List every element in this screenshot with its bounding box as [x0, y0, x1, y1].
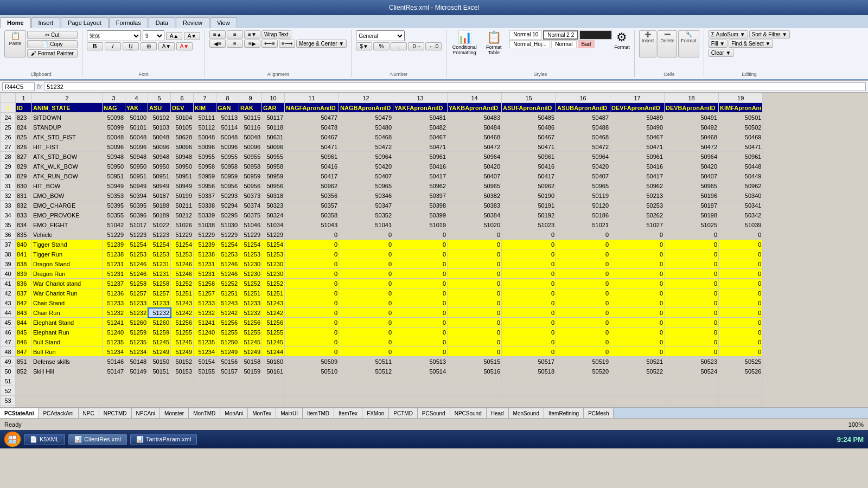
- sheet-tab-itemtmd[interactable]: ItemTMD: [303, 408, 334, 418]
- cell-48-12[interactable]: 0: [339, 347, 393, 357]
- sheet-tab-montex[interactable]: MonTex: [248, 408, 276, 418]
- cell-39-13[interactable]: 0: [393, 259, 448, 269]
- cell-35-13[interactable]: 51019: [393, 220, 448, 230]
- cell-28-9[interactable]: 50955: [239, 152, 262, 162]
- sheet-tab-npc[interactable]: NPC: [79, 408, 99, 418]
- cell-50-13[interactable]: 50514: [393, 367, 448, 376]
- cell-46-1[interactable]: 845: [16, 328, 32, 337]
- cell-33-18[interactable]: 50197: [665, 201, 719, 210]
- cell-44-6[interactable]: 51242: [171, 308, 194, 318]
- cell-49-19[interactable]: 50525: [719, 357, 763, 367]
- cell-31-9[interactable]: 50956: [239, 181, 262, 191]
- cell-52-18[interactable]: [665, 386, 719, 396]
- cell-1-5[interactable]: ASU: [148, 103, 171, 113]
- cell-50-6[interactable]: 50153: [171, 367, 194, 376]
- cell-47-19[interactable]: 0: [719, 337, 763, 347]
- cell-49-5[interactable]: 50150: [148, 357, 171, 367]
- cell-27-8[interactable]: 50096: [216, 142, 239, 152]
- cell-24-1[interactable]: 823: [16, 113, 32, 123]
- sheet-tab-pcmesh[interactable]: PCMesh: [584, 408, 614, 418]
- cell-53-10[interactable]: [262, 396, 285, 406]
- cell-42-10[interactable]: 51251: [262, 288, 285, 298]
- cell-32-12[interactable]: 50346: [339, 191, 393, 201]
- cell-45-15[interactable]: 0: [502, 318, 556, 328]
- cell-36-3[interactable]: 51229: [103, 230, 125, 240]
- cell-34-7[interactable]: 50339: [194, 210, 216, 220]
- cell-50-11[interactable]: 50510: [285, 367, 339, 376]
- cell-39-2[interactable]: Dragon Stand: [32, 259, 103, 269]
- cell-25-4[interactable]: 50101: [125, 123, 148, 132]
- cell-30-14[interactable]: 50407: [448, 171, 502, 181]
- cell-1-18[interactable]: DEVBApronAniID: [665, 103, 719, 113]
- sheet-tab-fxmon[interactable]: FXMon: [362, 408, 389, 418]
- cell-35-17[interactable]: 51027: [610, 220, 665, 230]
- cell-42-13[interactable]: 0: [393, 288, 448, 298]
- cell-30-18[interactable]: 50407: [665, 171, 719, 181]
- cell-27-16[interactable]: 50472: [556, 142, 610, 152]
- cell-51-6[interactable]: [171, 376, 194, 386]
- cell-48-11[interactable]: 0: [285, 347, 339, 357]
- cell-47-18[interactable]: 0: [665, 337, 719, 347]
- cell-26-17[interactable]: 50467: [610, 132, 665, 142]
- cell-31-1[interactable]: 830: [16, 181, 32, 191]
- font-grow-button[interactable]: A▲: [166, 32, 182, 40]
- cell-35-8[interactable]: 51030: [216, 220, 239, 230]
- center-align-button[interactable]: ≡: [227, 40, 243, 48]
- cell-39-17[interactable]: 0: [610, 259, 665, 269]
- cell-29-6[interactable]: 50950: [171, 162, 194, 171]
- cell-32-15[interactable]: 50190: [502, 191, 556, 201]
- cell-42-18[interactable]: 0: [665, 288, 719, 298]
- cell-32-16[interactable]: 50119: [556, 191, 610, 201]
- cell-49-11[interactable]: 50509: [285, 357, 339, 367]
- sheet-tab-monster[interactable]: Monster: [160, 408, 189, 418]
- cell-38-16[interactable]: 0: [556, 249, 610, 259]
- cell-48-19[interactable]: 0: [719, 347, 763, 357]
- cell-40-2[interactable]: Dragon Run: [32, 269, 103, 279]
- cell-52-13[interactable]: [393, 386, 448, 396]
- cell-44-11[interactable]: 0: [285, 308, 339, 318]
- cell-29-5[interactable]: 50950: [148, 162, 171, 171]
- cell-49-9[interactable]: 50158: [239, 357, 262, 367]
- cell-44-5[interactable]: 51232: [148, 308, 171, 318]
- cell-25-9[interactable]: 50116: [239, 123, 262, 132]
- cell-33-13[interactable]: 50398: [393, 201, 448, 210]
- cell-38-6[interactable]: 51253: [171, 249, 194, 259]
- cell-1-14[interactable]: YAKBApronAniID: [448, 103, 502, 113]
- cell-33-16[interactable]: 50120: [556, 201, 610, 210]
- cell-51-13[interactable]: [393, 376, 448, 386]
- cell-37-14[interactable]: 0: [448, 240, 502, 249]
- format-button[interactable]: ⚙ Format: [614, 30, 630, 50]
- cell-33-10[interactable]: 50323: [262, 201, 285, 210]
- cell-48-8[interactable]: 51249: [216, 347, 239, 357]
- cell-33-1[interactable]: 832: [16, 201, 32, 210]
- cell-41-6[interactable]: 51252: [171, 279, 194, 288]
- cell-30-11[interactable]: 50417: [285, 171, 339, 181]
- cell-40-19[interactable]: 0: [719, 269, 763, 279]
- cell-50-14[interactable]: 50516: [448, 367, 502, 376]
- cell-26-6[interactable]: 50628: [171, 132, 194, 142]
- cell-53-5[interactable]: [148, 396, 171, 406]
- start-button[interactable]: 🪟: [4, 432, 21, 447]
- cell-40-6[interactable]: 51246: [171, 269, 194, 279]
- cell-52-12[interactable]: [339, 386, 393, 396]
- cell-43-14[interactable]: 0: [448, 298, 502, 308]
- cell-42-12[interactable]: 0: [339, 288, 393, 298]
- cell-37-19[interactable]: 0: [719, 240, 763, 249]
- cell-25-2[interactable]: STANDUP: [32, 123, 103, 132]
- cell-49-1[interactable]: 851: [16, 357, 32, 367]
- cell-43-10[interactable]: 51243: [262, 298, 285, 308]
- cell-25-1[interactable]: 824: [16, 123, 32, 132]
- cell-38-11[interactable]: 0: [285, 249, 339, 259]
- cell-50-7[interactable]: 50155: [194, 367, 216, 376]
- cell-47-1[interactable]: 846: [16, 337, 32, 347]
- cell-46-2[interactable]: Elephant Run: [32, 328, 103, 337]
- cell-39-1[interactable]: 838: [16, 259, 32, 269]
- cell-29-2[interactable]: ATK_WLK_BOW: [32, 162, 103, 171]
- cell-25-16[interactable]: 50488: [556, 123, 610, 132]
- cell-36-17[interactable]: 0: [610, 230, 665, 240]
- cell-36-12[interactable]: 0: [339, 230, 393, 240]
- cell-34-6[interactable]: 50212: [171, 210, 194, 220]
- cell-29-11[interactable]: 50416: [285, 162, 339, 171]
- cell-37-2[interactable]: Tigger Stand: [32, 240, 103, 249]
- cell-30-5[interactable]: 50951: [148, 171, 171, 181]
